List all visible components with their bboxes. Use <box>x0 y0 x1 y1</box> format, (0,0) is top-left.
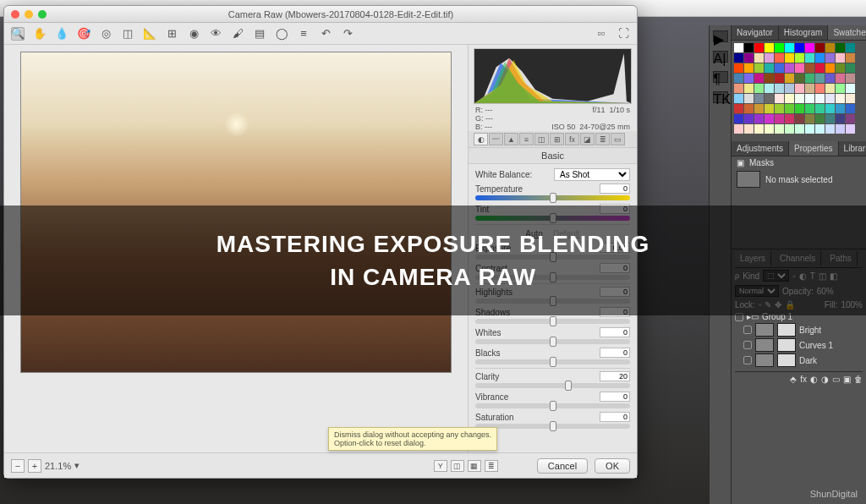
swatch[interactable] <box>825 53 835 63</box>
swatch[interactable] <box>775 114 784 123</box>
layer-fx-icon[interactable]: fx <box>800 375 807 384</box>
swatch[interactable] <box>805 114 814 123</box>
ok-button[interactable]: OK <box>595 458 630 474</box>
tab-histogram[interactable]: Histogram <box>779 25 829 40</box>
swatch[interactable] <box>775 74 784 83</box>
swatch[interactable] <box>846 114 855 123</box>
swatch[interactable] <box>765 104 774 113</box>
color-sampler-tool-icon[interactable]: 🎯 <box>77 27 90 41</box>
swatch[interactable] <box>765 94 774 103</box>
layer-mask-icon[interactable]: ◐ <box>810 375 818 384</box>
swatch[interactable] <box>815 114 825 123</box>
blacks-slider[interactable] <box>475 359 630 364</box>
vibrance-value[interactable] <box>600 392 630 402</box>
swatch[interactable] <box>815 63 825 73</box>
swatch[interactable] <box>744 84 754 93</box>
swatch[interactable] <box>754 114 764 123</box>
layer-row[interactable]: Curves 1 <box>743 337 863 353</box>
detail-tab-icon[interactable]: ▲ <box>504 133 518 145</box>
swatch[interactable] <box>805 53 814 63</box>
titlebar[interactable]: Camera Raw (Mbowers-20170804-0128-Edit-2… <box>4 6 637 23</box>
adjustment-brush-tool-icon[interactable]: 🖌 <box>231 27 244 41</box>
swatch[interactable] <box>754 63 764 73</box>
swatch[interactable] <box>734 84 743 93</box>
layer-trash-icon[interactable]: 🗑 <box>854 375 863 384</box>
swatch[interactable] <box>785 43 794 52</box>
split-tab-icon[interactable]: ◫ <box>534 133 549 145</box>
collapsed-panel-icon[interactable]: ▶ <box>713 30 728 42</box>
swatch[interactable] <box>734 74 743 83</box>
fx-tab-icon[interactable]: fx <box>565 133 579 145</box>
tab-adjustments[interactable]: Adjustments <box>732 141 789 156</box>
swatch[interactable] <box>765 43 774 52</box>
straighten-tool-icon[interactable]: 📐 <box>143 27 156 41</box>
swatch[interactable] <box>734 124 743 134</box>
swatch[interactable] <box>825 63 835 73</box>
swatch[interactable] <box>744 53 754 63</box>
collapsed-panel-icon[interactable]: A| <box>713 51 728 63</box>
swatch[interactable] <box>775 124 784 134</box>
swatch[interactable] <box>795 63 804 73</box>
swatch[interactable] <box>846 124 855 134</box>
saturation-slider[interactable] <box>475 424 630 429</box>
view-grid-icon[interactable]: ▦ <box>468 460 481 472</box>
hand-tool-icon[interactable]: ✋ <box>33 27 47 41</box>
view-menu-icon[interactable]: ≣ <box>485 460 498 472</box>
minimize-icon[interactable] <box>25 10 33 19</box>
swatch[interactable] <box>836 84 845 93</box>
swatch[interactable] <box>765 84 774 93</box>
swatch[interactable] <box>765 114 774 123</box>
swatch[interactable] <box>836 53 845 63</box>
visibility-icon[interactable] <box>743 326 752 334</box>
view-split-icon[interactable]: ◫ <box>451 460 464 472</box>
swatch[interactable] <box>836 74 845 83</box>
shadows-slider[interactable] <box>475 319 630 324</box>
swatch[interactable] <box>765 124 774 134</box>
swatch[interactable] <box>805 94 814 103</box>
visibility-icon[interactable] <box>743 356 752 364</box>
swatch[interactable] <box>754 84 764 93</box>
transform-tool-icon[interactable]: ⊞ <box>165 27 178 41</box>
swatch[interactable] <box>846 43 855 52</box>
rotate-left-icon[interactable]: ↶ <box>319 27 332 41</box>
swatch[interactable] <box>825 94 835 103</box>
swatch[interactable] <box>795 94 804 103</box>
red-eye-tool-icon[interactable]: 👁 <box>209 27 222 41</box>
swatch[interactable] <box>785 94 794 103</box>
swatch[interactable] <box>795 114 804 123</box>
swatch[interactable] <box>744 43 754 52</box>
swatch[interactable] <box>825 114 835 123</box>
swatch[interactable] <box>734 53 743 63</box>
swatch[interactable] <box>744 63 754 73</box>
swatch[interactable] <box>744 104 754 113</box>
swatch[interactable] <box>734 94 743 103</box>
temperature-value[interactable] <box>600 184 630 194</box>
zoom-out-button[interactable]: − <box>11 459 25 473</box>
swatch[interactable] <box>775 43 784 52</box>
tab-navigator[interactable]: Navigator <box>732 25 779 40</box>
preview-toggle-icon[interactable]: ▫▫ <box>595 27 608 41</box>
swatch[interactable] <box>836 114 845 123</box>
calib-tab-icon[interactable]: ◪ <box>580 133 595 145</box>
targeted-adjust-tool-icon[interactable]: ◎ <box>99 27 112 41</box>
swatch[interactable] <box>825 104 835 113</box>
swatch[interactable] <box>765 74 774 83</box>
swatch[interactable] <box>785 53 794 63</box>
swatch[interactable] <box>775 53 784 63</box>
presets-tab-icon[interactable]: ≣ <box>595 133 610 145</box>
swatch[interactable] <box>785 124 794 134</box>
radial-filter-tool-icon[interactable]: ◯ <box>275 27 288 41</box>
view-single-icon[interactable]: Y <box>434 460 447 472</box>
swatch[interactable] <box>825 124 835 134</box>
swatch[interactable] <box>795 124 804 134</box>
snapshots-tab-icon[interactable]: ▭ <box>611 133 625 145</box>
swatch[interactable] <box>785 74 794 83</box>
layer-new-icon[interactable]: ▣ <box>843 375 851 384</box>
hsl-tab-icon[interactable]: ≡ <box>519 133 534 145</box>
blacks-value[interactable] <box>600 348 630 358</box>
basic-tab-icon[interactable]: ◐ <box>474 133 488 145</box>
layer-group-icon[interactable]: ▭ <box>832 375 840 384</box>
swatch[interactable] <box>785 114 794 123</box>
swatch[interactable] <box>754 104 764 113</box>
swatch[interactable] <box>805 124 814 134</box>
